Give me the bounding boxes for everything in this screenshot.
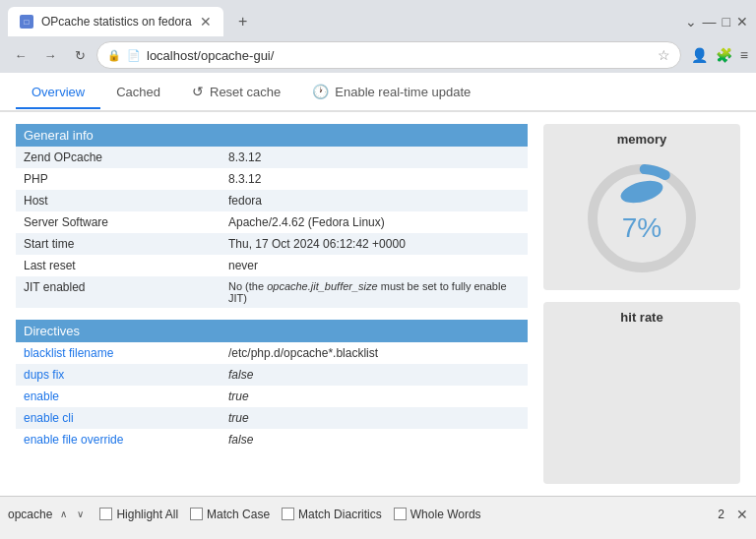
directive-link[interactable]: enable	[24, 389, 59, 403]
find-up-button[interactable]: ∧	[56, 507, 71, 521]
section-gap	[16, 308, 528, 320]
find-count: 2	[718, 508, 724, 521]
tab-favicon-icon: □	[20, 15, 33, 29]
general-info-header: General info	[16, 124, 528, 147]
table-row: Zend OPcache 8.3.12	[16, 147, 528, 168]
refresh-button[interactable]: ↻	[67, 42, 93, 68]
whole-words-label: Whole Words	[410, 508, 481, 521]
directive-link[interactable]: enable file override	[24, 433, 123, 447]
memory-gauge: memory 7%	[543, 124, 740, 290]
page-tabs: Overview Cached ↺ Reset cache 🕐 Enable r…	[0, 73, 756, 112]
whole-words-option[interactable]: Whole Words	[394, 508, 481, 521]
row-label: Last reset	[16, 255, 220, 276]
hit-rate-title: hit rate	[620, 310, 662, 325]
forward-button[interactable]: →	[37, 42, 63, 68]
memory-circle: 7%	[578, 154, 706, 282]
directives-header: Directives	[16, 320, 528, 342]
row-label: enable cli	[16, 407, 220, 429]
row-label: enable	[16, 386, 220, 407]
tab-close-button[interactable]: ✕	[200, 15, 212, 29]
lock-icon: 🔒	[107, 49, 121, 62]
nav-right-controls: 👤 🧩 ≡	[691, 47, 748, 63]
refresh-icon: ↻	[75, 48, 86, 63]
find-input-section: opcache ∧ ∨	[8, 507, 88, 521]
match-case-option[interactable]: Match Case	[190, 508, 270, 521]
match-case-checkbox[interactable]	[190, 508, 203, 520]
table-row: blacklist filename /etc/php.d/opcache*.b…	[16, 342, 528, 364]
row-label: PHP	[16, 168, 220, 190]
find-bar: opcache ∧ ∨ Highlight All Match Case Mat…	[0, 496, 756, 531]
nav-bar: ← → ↻ 🔒 📄 localhost/opcache-gui/ ☆ 👤 🧩 ≡	[0, 37, 756, 73]
minimize-button[interactable]: —	[703, 14, 717, 30]
left-panel: General info Zend OPcache 8.3.12 PHP 8.3…	[16, 124, 528, 484]
find-close-button[interactable]: ✕	[736, 507, 748, 522]
table-row: enable true	[16, 386, 528, 407]
bookmark-icon[interactable]: ☆	[658, 47, 670, 63]
directives-header-row: Directives	[16, 320, 528, 342]
address-bar[interactable]: 🔒 📄 localhost/opcache-gui/ ☆	[96, 41, 681, 69]
row-value: /etc/php.d/opcache*.blacklist	[220, 342, 528, 364]
tab-cached[interactable]: Cached	[100, 77, 176, 109]
directive-link[interactable]: dups fix	[24, 368, 64, 382]
right-panel: memory 7% hit rate	[543, 124, 740, 484]
table-row: Server Software Apache/2.4.62 (Fedora Li…	[16, 211, 528, 233]
hit-rate-gauge: hit rate	[543, 302, 740, 484]
back-button[interactable]: ←	[8, 42, 33, 68]
close-window-button[interactable]: ✕	[736, 14, 748, 30]
row-label: Start time	[16, 233, 220, 255]
menu-icon[interactable]: ≡	[740, 47, 748, 63]
row-value: true	[220, 386, 528, 407]
row-value: never	[220, 255, 528, 276]
svg-point-2	[618, 177, 665, 208]
row-label: dups fix	[16, 364, 220, 386]
tab-reset-cache[interactable]: ↺ Reset cache	[176, 76, 296, 107]
row-label: enable file override	[16, 429, 220, 450]
highlight-all-label: Highlight All	[116, 508, 178, 521]
directive-link[interactable]: enable cli	[24, 411, 74, 425]
match-diacritics-checkbox[interactable]	[282, 508, 294, 520]
row-label: Zend OPcache	[16, 147, 220, 168]
reset-icon: ↺	[192, 84, 204, 99]
row-label: JIT enabled	[16, 276, 220, 308]
find-navigation: ∧ ∨	[56, 507, 88, 521]
window-controls: ⌄ — □ ✕	[685, 14, 748, 30]
highlight-all-checkbox[interactable]	[99, 508, 112, 520]
general-info-table: General info Zend OPcache 8.3.12 PHP 8.3…	[16, 124, 528, 450]
address-text: localhost/opcache-gui/	[147, 48, 652, 63]
find-down-button[interactable]: ∨	[73, 507, 88, 521]
row-value: true	[220, 407, 528, 429]
account-icon[interactable]: 👤	[691, 47, 708, 63]
row-value: fedora	[220, 190, 528, 211]
memory-title: memory	[617, 132, 667, 147]
table-row: enable file override false	[16, 429, 528, 450]
tab-overview[interactable]: Overview	[16, 77, 100, 109]
table-row: dups fix false	[16, 364, 528, 386]
clock-icon: 🕐	[312, 84, 329, 99]
row-label: Server Software	[16, 211, 220, 233]
directive-link[interactable]: blacklist filename	[24, 346, 113, 360]
tab-realtime-update[interactable]: 🕐 Enable real-time update	[296, 76, 486, 107]
forward-icon: →	[44, 48, 57, 63]
match-diacritics-label: Match Diacritics	[298, 508, 382, 521]
new-tab-button[interactable]: +	[231, 10, 255, 33]
row-label: Host	[16, 190, 220, 211]
row-value: false	[220, 429, 528, 450]
find-label: opcache	[8, 508, 52, 521]
tab-bar: □ OPcache statistics on fedora ✕ + ⌄ — □…	[0, 0, 756, 37]
extension-icon[interactable]: 🧩	[716, 47, 732, 63]
row-value: Thu, 17 Oct 2024 06:12:42 +0000	[220, 233, 528, 255]
row-value: false	[220, 364, 528, 386]
page-icon: 📄	[127, 49, 141, 62]
table-row: JIT enabled No (the opcache.jit_buffer_s…	[16, 276, 528, 308]
table-row: Start time Thu, 17 Oct 2024 06:12:42 +00…	[16, 233, 528, 255]
maximize-button[interactable]: □	[723, 14, 730, 30]
highlight-all-option[interactable]: Highlight All	[99, 508, 178, 521]
tab-title: OPcache statistics on fedora	[41, 15, 192, 29]
general-info-header-row: General info	[16, 124, 528, 147]
browser-tab[interactable]: □ OPcache statistics on fedora ✕	[8, 7, 223, 36]
find-options: Highlight All Match Case Match Diacritic…	[99, 508, 480, 521]
dropdown-icon[interactable]: ⌄	[685, 14, 697, 30]
whole-words-checkbox[interactable]	[394, 508, 407, 520]
match-diacritics-option[interactable]: Match Diacritics	[282, 508, 382, 521]
table-row: Last reset never	[16, 255, 528, 276]
